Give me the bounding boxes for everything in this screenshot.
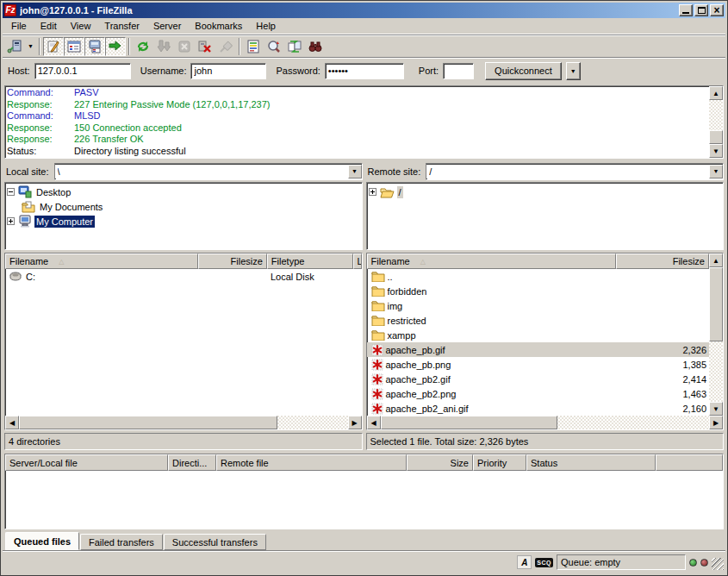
toggle-local-tree-button[interactable]	[64, 37, 84, 56]
remote-site-dropdown[interactable]: ▼	[709, 165, 723, 178]
column-header-remote-file[interactable]: Remote file	[216, 454, 407, 471]
site-manager-button[interactable]	[4, 37, 25, 56]
column-header-direction[interactable]: Directi...	[168, 454, 216, 471]
column-header-last-modified[interactable]: L	[353, 254, 362, 269]
username-input[interactable]	[190, 63, 266, 79]
quickconnect-dropdown[interactable]: ▼	[566, 62, 581, 80]
scrollbar-thumb[interactable]	[709, 130, 723, 144]
log-vertical-scrollbar[interactable]: ▲ ▼	[709, 86, 723, 158]
column-header-filename[interactable]: Filename△	[367, 254, 617, 269]
column-header-filesize[interactable]: Filesize	[198, 254, 267, 269]
binoculars-icon	[308, 40, 322, 53]
tab-queued-files[interactable]: Queued files	[5, 532, 79, 550]
remote-file-row[interactable]: img	[367, 298, 710, 313]
remote-horizontal-scrollbar[interactable]: ◀ ▶	[367, 416, 724, 429]
scrollbar-thumb[interactable]	[19, 416, 277, 429]
collapse-icon[interactable]	[7, 188, 15, 196]
toggle-message-log-button[interactable]	[43, 37, 64, 56]
remote-file-list-header: Filename△ Filesize	[367, 254, 710, 269]
close-button[interactable]: ×	[710, 4, 724, 16]
local-file-list-body: C: Local Disk	[5, 269, 362, 416]
queue-header: Server/Local file Directi... Remote file…	[5, 454, 723, 471]
menu-help[interactable]: Help	[249, 19, 283, 33]
scroll-right-icon[interactable]: ▶	[348, 416, 362, 429]
local-site-label: Local site:	[4, 166, 54, 177]
remote-file-row[interactable]: forbidden	[367, 284, 710, 298]
disconnect-button[interactable]	[195, 37, 215, 56]
title-bar[interactable]: Fz john@127.0.0.1 - FileZilla ×	[3, 3, 725, 18]
scroll-right-icon[interactable]: ▶	[709, 416, 723, 429]
password-input[interactable]	[325, 63, 404, 79]
remote-vertical-scrollbar[interactable]: ▲ ▼	[709, 254, 723, 416]
resize-grip[interactable]	[712, 558, 724, 570]
message-log-lines: Command:PASV Response:227 Entering Passi…	[5, 86, 709, 158]
minimize-icon	[682, 12, 689, 14]
menu-view[interactable]: View	[64, 19, 98, 33]
scroll-left-icon[interactable]: ◀	[5, 416, 19, 429]
scrollbar-thumb[interactable]	[381, 416, 557, 429]
directory-comparison-button[interactable]	[264, 37, 284, 56]
menu-bookmarks[interactable]: Bookmarks	[188, 19, 249, 33]
remote-file-row[interactable]: restricted	[367, 313, 710, 328]
local-file-row[interactable]: C: Local Disk	[5, 269, 362, 284]
remote-file-row[interactable]: apache_pb2.png 1,463	[367, 386, 710, 401]
column-header-priority[interactable]: Priority	[473, 454, 526, 471]
filter-button[interactable]	[243, 37, 264, 56]
menu-server[interactable]: Server	[146, 19, 188, 33]
maximize-icon	[698, 7, 706, 14]
column-header-size[interactable]: Size	[407, 454, 473, 471]
scrollbar-thumb[interactable]	[709, 267, 723, 341]
folder-icon	[371, 315, 385, 326]
chevron-down-icon: ▼	[28, 43, 34, 49]
scroll-down-icon[interactable]: ▼	[709, 144, 723, 158]
column-header-server-local-file[interactable]: Server/Local file	[5, 454, 168, 471]
toggle-remote-tree-button[interactable]	[84, 37, 105, 56]
tree-item-root[interactable]: /	[369, 185, 722, 199]
tab-failed-transfers[interactable]: Failed transfers	[80, 534, 163, 550]
tree-item-my-documents[interactable]: My Documents	[7, 199, 360, 214]
expand-icon[interactable]	[369, 188, 376, 196]
tab-successful-transfers[interactable]: Successful transfers	[164, 534, 266, 550]
remote-file-row[interactable]: apache_pb2_ani.gif 2,160	[367, 401, 710, 416]
remote-site-combobox[interactable]: ▼	[426, 163, 724, 180]
scroll-up-icon[interactable]: ▲	[709, 254, 723, 267]
quickconnect-button[interactable]: Quickconnect	[485, 62, 562, 80]
local-site-dropdown[interactable]: ▼	[348, 165, 362, 178]
local-site-row: Local site: ▼	[4, 162, 363, 180]
menu-transfer[interactable]: Transfer	[97, 19, 146, 33]
remote-file-row[interactable]: ..	[367, 269, 710, 284]
tree-item-my-computer[interactable]: My Computer	[7, 214, 360, 229]
toggle-queue-button[interactable]	[105, 37, 126, 56]
remote-file-row[interactable]: apache_pb2.gif 2,414	[367, 372, 710, 386]
column-header-status[interactable]: Status	[526, 454, 656, 471]
local-site-combobox[interactable]: ▼	[54, 163, 363, 180]
process-queue-button[interactable]	[153, 37, 174, 56]
column-header-filename[interactable]: Filename△	[5, 254, 198, 269]
site-manager-dropdown[interactable]: ▼	[25, 37, 36, 56]
menu-edit[interactable]: Edit	[34, 19, 64, 33]
local-horizontal-scrollbar[interactable]: ◀ ▶	[5, 416, 362, 429]
remote-file-row[interactable]: apache_pb.png 1,385	[367, 357, 710, 372]
host-input[interactable]	[34, 63, 131, 79]
local-site-input[interactable]	[55, 165, 348, 178]
synchronized-browsing-button[interactable]	[284, 37, 305, 56]
tree-item-desktop[interactable]: Desktop	[7, 185, 360, 199]
remote-file-row-selected[interactable]: apache_pb.gif 2,326	[367, 342, 710, 357]
scroll-up-icon[interactable]: ▲	[709, 86, 723, 100]
maximize-button[interactable]	[694, 4, 708, 16]
remote-file-row[interactable]: xampp	[367, 328, 710, 342]
minimize-button[interactable]	[679, 4, 693, 16]
remote-site-input[interactable]	[426, 165, 709, 178]
log-line: Status:Directory listing successful	[7, 146, 707, 158]
port-input[interactable]	[443, 63, 474, 79]
column-header-filetype[interactable]: Filetype	[267, 254, 353, 269]
find-files-button[interactable]	[305, 37, 326, 56]
scroll-down-icon[interactable]: ▼	[709, 402, 723, 416]
expand-icon[interactable]	[7, 217, 15, 225]
scroll-left-icon[interactable]: ◀	[367, 416, 381, 429]
refresh-button[interactable]	[133, 37, 153, 56]
column-header-filesize[interactable]: Filesize	[616, 254, 709, 269]
reconnect-button[interactable]	[215, 37, 236, 56]
menu-file[interactable]: File	[4, 19, 34, 33]
cancel-operation-button[interactable]	[174, 37, 195, 56]
